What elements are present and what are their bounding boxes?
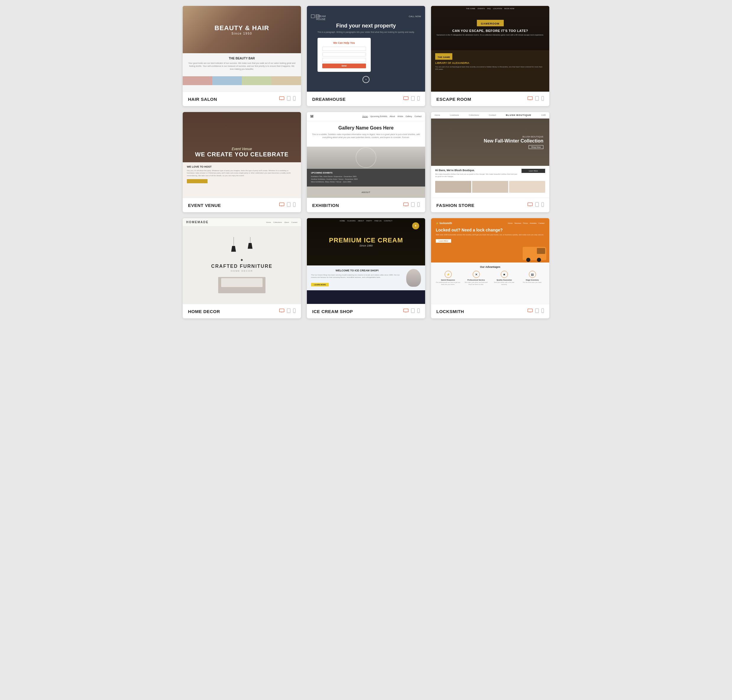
dream-submit-btn[interactable]: Send [322,63,366,68]
tablet-icon [287,308,291,314]
monitor-icon [279,96,284,102]
exh-nav: M Home Upcoming Exhibits About Artists G… [307,112,425,121]
event-cta-btn [187,179,207,183]
tablet-icon [535,96,539,102]
card-label-dreamhouse: DREAMHOUSE [312,97,345,102]
card-footer-escape-room: ESCAPE ROOM [431,92,549,106]
template-grid: BEAUTY & HAIR Since 1950 THE BEAUTY BAR … [183,6,549,318]
tablet-icon [287,202,291,208]
hair-title: BEAUTY & HAIR [215,24,269,32]
ic-subtitle: Since 1980 [329,244,403,247]
card-footer-fashion-store: FASHION STORE [431,198,549,212]
svg-rect-35 [528,203,532,206]
hd-lamp-right [248,237,253,252]
card-label-fashion-store: FASHION STORE [437,203,475,208]
ls-van-image [523,247,546,260]
card-ice-cream-shop[interactable]: HOMEFLAVORSABOUTPARTYFIND USCONTACT 🍦 PR… [307,218,425,318]
card-label-event-venue: EVENT VENUE [188,203,221,208]
ls-feature-3-text: Each job comes with a full year warranty… [491,281,517,285]
card-footer-home-decor: HOME DECOR [183,304,301,318]
preview-home-decor: HOMEMADE HomeCollectionsAboutContact [183,218,301,304]
phone-icon [293,96,295,102]
exh-item-2: Another Exhibition, Another Artist / Ven… [311,178,421,180]
ic-hero: HOMEFLAVORSABOUTPARTYFIND USCONTACT 🍦 PR… [307,218,425,265]
phone-icon [417,96,420,102]
ls-title: Locked out? Need a lock change? [436,228,545,232]
escape-text: Gameroom is the #1 designation for adven… [437,34,544,36]
dream-header: DREAM HOUSE CALL NOW [311,15,421,18]
ls-feature-2: ✕ Professional Service We make sure when… [463,271,489,285]
ls-features: ⚡ Quick Response Our professionals are h… [435,271,545,285]
ic-logo: 🍦 [412,222,419,229]
exh-subtitle: This is a subtitle. Subtitles make impor… [311,133,421,139]
ic-section-title: WELCOME TO ICE CREAM SHOP! [311,269,421,272]
event-section-text: Hey you, it's all about the party. Whate… [187,169,297,177]
card-hair-salon[interactable]: BEAUTY & HAIR Since 1950 THE BEAUTY BAR … [183,6,301,106]
dream-title: Find your next property [317,23,415,29]
hair-subtitle: Since 1950 [215,32,269,35]
dream-logo: DREAM HOUSE [311,15,319,18]
card-exhibition[interactable]: M Home Upcoming Exhibits About Artists G… [307,112,425,212]
card-escape-room[interactable]: THE GAMEEVENTSFAQLOCATIONBOOK NOW GAMERO… [431,6,549,106]
fashion-mid-text: Hi there, We're Blush Boutique. We make … [435,169,517,178]
card-label-ice-cream: ICE CREAM SHOP [312,309,353,314]
svg-point-39 [537,206,537,206]
device-icons-home-decor [279,308,295,314]
escape-body: THE GAME LIBRARY OF ALEXANDRIA You are p… [431,50,549,92]
ls-nav-links: HomeServicesPricesActivitiesContact [508,222,545,224]
ls-feature-1: ⚡ Quick Response Our professionals are h… [435,271,461,285]
hd-title: CRAFTED FURNITURE [211,264,272,269]
device-icons-fashion-store [528,202,544,208]
ls-feature-4-title: Huge Inventory [519,279,545,281]
escape-section-text: You are part of an archaeological team t… [435,66,545,71]
exh-title: Gallery Name Goes Here [311,125,421,131]
fashion-mid: Hi there, We're Blush Boutique. We make … [431,166,549,181]
escape-section-badge: THE GAME [435,53,452,60]
card-home-decor[interactable]: HOMEMADE HomeCollectionsAboutContact [183,218,301,318]
svg-rect-42 [279,309,284,312]
event-hero-text: Event Venue WE CREATE YOU CELEBRATE [195,147,288,157]
tablet-icon [535,202,539,208]
hd-logo: HOMEMADE [186,221,209,224]
dream-input-phone [322,58,366,62]
card-event-venue[interactable]: Event Venue WE CREATE YOU CELEBRATE WE L… [183,112,301,212]
card-locksmith[interactable]: 🔒 locksmith HomeServicesPricesActivities… [431,218,549,318]
ls-hero: 🔒 locksmith HomeServicesPricesActivities… [431,218,549,263]
card-fashion-store[interactable]: HomeLookbookCollectionsContact BLUSH BOU… [431,112,549,212]
device-icons-escape-room [528,96,544,102]
dream-form: We Can Help You Send [317,38,371,72]
fashion-thumb-1 [435,181,471,193]
escape-badge: GAMEROOM [477,20,504,26]
monitor-icon [279,309,284,314]
card-footer-hair-salon: HAIR SALON [183,92,301,106]
ls-hero-btn: Learn More [436,239,451,243]
hd-nav: HOMEMADE HomeCollectionsAboutContact [183,218,301,226]
preview-hair-salon: BEAUTY & HAIR Since 1950 THE BEAUTY BAR … [183,6,301,92]
exh-upcoming-title: UPCOMING EXHIBITS [311,172,421,174]
device-icons-exhibition [403,202,420,208]
card-footer-ice-cream: ICE CREAM SHOP [307,304,425,318]
card-label-home-decor: HOME DECOR [188,309,220,314]
svg-point-13 [418,100,419,100]
svg-point-34 [418,206,419,206]
ic-nav: HOMEFLAVORSABOUTPARTYFIND USCONTACT [307,220,425,222]
ic-person-image [406,269,421,287]
event-venue-name: Event Venue [195,147,288,151]
ls-professional-icon: ✕ [473,271,480,278]
device-icons-ice-cream [403,308,420,314]
ls-quality-icon: ★ [501,271,508,278]
tablet-icon [411,96,415,102]
fashion-thumbs [431,181,549,196]
ls-feature-3-title: Quality Guarantee [491,279,517,281]
event-section-title: WE LOVE TO HOST [187,165,297,168]
exh-logo: M [310,115,313,119]
ls-hero-text: Locked out? Need a lock change? With ove… [436,228,545,243]
ls-feature-4-text: For all of the locks you need. [519,281,545,284]
svg-rect-28 [404,203,408,206]
dream-input-name [322,47,366,51]
svg-point-11 [413,100,413,100]
card-dreamhouse[interactable]: DREAM HOUSE CALL NOW Find your next prop… [307,6,425,106]
svg-rect-7 [404,97,408,100]
svg-rect-21 [279,203,284,206]
card-label-escape-room: ESCAPE ROOM [437,97,471,102]
